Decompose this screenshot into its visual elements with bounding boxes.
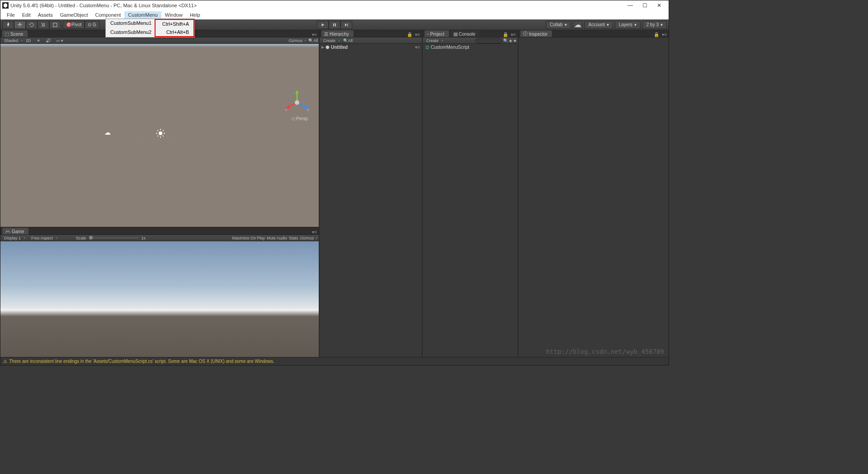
tool-hand[interactable]	[2, 21, 14, 29]
scale-slider[interactable]	[89, 237, 139, 239]
submenu-1[interactable]: CustomSubMenu1	[106, 19, 155, 28]
hierarchy-options-icon[interactable]: ▾≡	[413, 32, 422, 37]
hierarchy-scene-root[interactable]: ▶ ⬣ Untitled ▾≡	[320, 44, 422, 51]
step-button[interactable]	[340, 21, 352, 29]
persp-label[interactable]: ◁ Persp	[291, 116, 308, 121]
menu-gameobject[interactable]: GameObject	[57, 11, 92, 19]
unity-logo-icon	[2, 2, 9, 9]
tool-rect[interactable]	[49, 21, 61, 29]
filter-star-icon[interactable]: ★	[513, 38, 517, 43]
cloud-button[interactable]: ☁	[573, 21, 583, 29]
submenu-2[interactable]: CustomSubMenu2	[106, 28, 155, 37]
camera-gizmo-icon[interactable]: ☁	[104, 129, 111, 136]
project-lock-icon[interactable]: 🔒	[502, 32, 509, 37]
scene-options-icon[interactable]: ▾≡	[310, 32, 319, 37]
watermark: http://blog.csdn.net/wyb_456789	[546, 348, 664, 355]
inspector-icon: ⓘ	[523, 31, 528, 37]
inspector-lock-icon[interactable]: 🔒	[653, 32, 660, 37]
svg-line-6	[46, 44, 91, 227]
inspector-options-icon[interactable]: ▾≡	[660, 32, 669, 37]
light-gizmo-icon[interactable]	[155, 128, 166, 139]
mute-toggle[interactable]: Mute Audio	[267, 236, 287, 240]
project-search[interactable]	[475, 38, 502, 43]
menu-help[interactable]: Help	[186, 11, 204, 19]
project-panel: ▫ Project ▤ Console 🔒 ▾≡ Create ▾ 🔍 ◈ ★ …	[423, 30, 519, 366]
csharp-script-icon: ⊡	[425, 45, 429, 50]
menu-custommenu[interactable]: CustomMenu	[124, 11, 161, 19]
hierarchy-lock-icon[interactable]: 🔒	[406, 32, 413, 37]
console-tab[interactable]: ▤ Console	[451, 30, 480, 37]
hierarchy-icon: ☰	[324, 32, 328, 37]
scene-tab[interactable]: ⬚ Scene	[2, 30, 28, 37]
project-tab[interactable]: ▫ Project	[425, 30, 449, 37]
tool-move[interactable]	[14, 21, 26, 29]
scene-view[interactable]: ☁ x z ◁	[0, 44, 319, 227]
console-icon: ▤	[453, 32, 458, 37]
maximize-toggle[interactable]: Maximize On Play	[232, 236, 265, 240]
display-dropdown[interactable]: Display 1	[1, 236, 24, 240]
svg-rect-0	[42, 24, 44, 26]
game-options-icon[interactable]: ▾≡	[310, 230, 319, 235]
tool-rotate[interactable]	[26, 21, 38, 29]
search-filter-icon[interactable]: 🔍	[503, 38, 508, 43]
svg-text:z: z	[307, 108, 309, 112]
audio-icon[interactable]: 🔊	[43, 38, 53, 43]
pause-button[interactable]	[329, 21, 340, 29]
scale-label: Scale	[58, 236, 89, 240]
pivot-toggle[interactable]: 🎯 Pivot	[63, 21, 85, 29]
close-button[interactable]: ✕	[656, 2, 662, 9]
hierarchy-search-all[interactable]: 🔍All	[340, 38, 355, 43]
project-asset-item[interactable]: ⊡ CustomMenuScript	[423, 44, 518, 51]
status-bar[interactable]: ⚠ There are inconsistent line endings in…	[0, 357, 669, 365]
svg-rect-1	[53, 23, 57, 27]
svg-rect-3	[335, 23, 336, 26]
layout-button[interactable]: 2 by 3 ▾	[642, 21, 667, 29]
shaded-dropdown[interactable]: Shaded	[1, 38, 21, 43]
game-view[interactable]	[0, 241, 319, 366]
game-tab[interactable]: 🎮 Game	[2, 228, 28, 235]
layers-button[interactable]: Layers ▾	[615, 21, 641, 29]
svg-line-9	[0, 188, 319, 202]
local-toggle[interactable]: ⊙ G	[85, 21, 99, 29]
minimize-button[interactable]: —	[627, 2, 633, 9]
lighting-icon[interactable]: ☀	[34, 38, 43, 43]
svg-line-18	[163, 130, 164, 131]
menu-edit[interactable]: Edit	[19, 11, 34, 19]
inspector-tab[interactable]: ⓘ Inspector	[520, 30, 552, 37]
svg-marker-20	[295, 90, 299, 94]
stats-toggle[interactable]: Stats	[289, 236, 298, 240]
aspect-dropdown[interactable]: Free Aspect	[28, 236, 56, 240]
menu-file[interactable]: File	[3, 11, 19, 19]
svg-point-10	[159, 131, 162, 135]
hierarchy-create[interactable]: Create	[321, 38, 338, 43]
account-button[interactable]: Account ▾	[585, 21, 613, 29]
orientation-gizmo[interactable]: x z	[283, 89, 311, 116]
menu-assets[interactable]: Assets	[34, 11, 57, 19]
expand-arrow-icon[interactable]: ▶	[321, 45, 324, 49]
effects-icon[interactable]: ▭ ▾	[53, 38, 66, 43]
tool-scale[interactable]	[38, 21, 49, 29]
toolbar: 🎯 Pivot ⊙ G Collab ▾ ☁ Account ▾ Layers …	[0, 19, 669, 30]
svg-rect-2	[333, 23, 334, 26]
warning-icon: ⚠	[3, 359, 7, 364]
2d-toggle[interactable]: 2D	[23, 38, 34, 43]
menu-window[interactable]: Window	[161, 11, 186, 19]
collab-button[interactable]: Collab ▾	[546, 21, 571, 29]
gizmos-dropdown[interactable]: Gizmos	[288, 38, 302, 43]
svg-point-25	[295, 100, 299, 105]
project-create[interactable]: Create	[424, 38, 441, 43]
svg-line-15	[157, 130, 158, 131]
play-button[interactable]	[317, 21, 329, 29]
search-all[interactable]: 🔍All	[308, 38, 318, 43]
maximize-button[interactable]: ☐	[642, 2, 648, 9]
scene-options-icon[interactable]: ▾≡	[415, 45, 420, 50]
project-options-icon[interactable]: ▾≡	[509, 32, 518, 37]
game-icon: 🎮	[5, 229, 10, 234]
svg-line-16	[163, 136, 164, 136]
filter-type-icon[interactable]: ◈	[509, 38, 512, 43]
game-gizmos-dropdown[interactable]: Gizmos	[300, 236, 314, 240]
svg-text:x: x	[285, 108, 287, 112]
project-icon: ▫	[427, 32, 429, 37]
menu-component[interactable]: Component	[91, 11, 124, 19]
hierarchy-tab[interactable]: ☰ Hierarchy	[321, 30, 354, 37]
